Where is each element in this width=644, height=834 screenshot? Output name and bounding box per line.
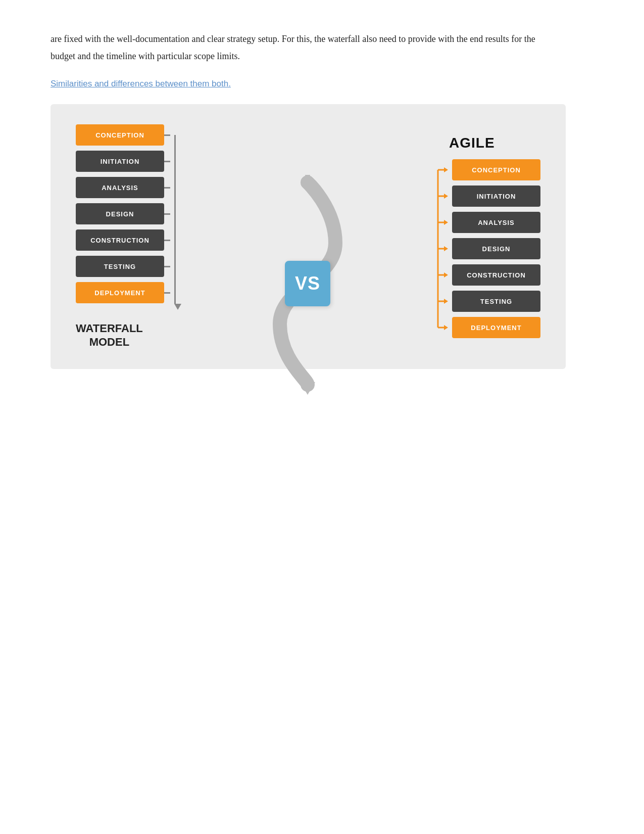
agile-title: AGILE <box>434 135 495 151</box>
waterfall-step-row: INITIATION <box>76 151 170 172</box>
body-paragraph: are fixed with the well-documentation an… <box>51 30 556 65</box>
agile-step-box: DEPLOYMENT <box>452 317 540 338</box>
svg-marker-12 <box>444 272 448 277</box>
agile-step-box: INITIATION <box>452 186 540 207</box>
svg-marker-6 <box>444 194 448 199</box>
step-tick <box>164 292 170 294</box>
agile-step-box: CONSTRUCTION <box>452 264 540 286</box>
waterfall-step-row: CONSTRUCTION <box>76 229 170 251</box>
waterfall-vertical-line <box>174 135 176 304</box>
waterfall-step-row: DEPLOYMENT <box>76 282 170 303</box>
svg-marker-8 <box>444 220 448 225</box>
comparison-diagram: CONCEPTIONINITIATIONANALYSISDESIGNCONSTR… <box>51 104 566 369</box>
agile-step-box: CONCEPTION <box>452 159 540 180</box>
agile-column: AGILE CONCEPTIONINITIATIONANALYSISDESIGN… <box>434 135 540 338</box>
agile-steps-col: CONCEPTIONINITIATIONANALYSISDESIGNCONSTR… <box>452 159 540 338</box>
agile-steps-wrapper: CONCEPTIONINITIATIONANALYSISDESIGNCONSTR… <box>434 159 540 338</box>
waterfall-column: CONCEPTIONINITIATIONANALYSISDESIGNCONSTR… <box>76 124 181 349</box>
step-tick <box>164 240 170 241</box>
waterfall-steps: CONCEPTIONINITIATIONANALYSISDESIGNCONSTR… <box>76 124 170 303</box>
waterfall-step-box: INITIATION <box>76 151 164 172</box>
similarities-link[interactable]: Similarities and differences between the… <box>51 79 593 89</box>
waterfall-connector <box>174 124 181 310</box>
waterfall-step-row: TESTING <box>76 256 170 277</box>
waterfall-step-box: TESTING <box>76 256 164 277</box>
waterfall-step-row: CONCEPTION <box>76 124 170 146</box>
waterfall-label: WATERFALL MODEL <box>76 322 143 349</box>
waterfall-arrow-down <box>174 304 181 310</box>
step-tick <box>164 266 170 267</box>
waterfall-step-box: DEPLOYMENT <box>76 282 164 303</box>
svg-marker-4 <box>444 167 448 172</box>
waterfall-step-box: ANALYSIS <box>76 177 164 198</box>
waterfall-step-box: CONCEPTION <box>76 124 164 146</box>
center-section: VS <box>270 167 345 306</box>
agile-step-box: DESIGN <box>452 238 540 259</box>
step-tick <box>164 161 170 162</box>
agile-step-box: TESTING <box>452 291 540 312</box>
step-tick <box>164 187 170 189</box>
waterfall-step-row: DESIGN <box>76 203 170 224</box>
vs-box: VS <box>285 261 330 306</box>
agile-bracket-svg <box>434 159 448 338</box>
waterfall-step-box: DESIGN <box>76 203 164 224</box>
svg-marker-16 <box>444 325 448 330</box>
step-tick <box>164 213 170 215</box>
agile-step-box: ANALYSIS <box>452 212 540 233</box>
agile-steps: CONCEPTIONINITIATIONANALYSISDESIGNCONSTR… <box>434 159 540 338</box>
waterfall-step-row: ANALYSIS <box>76 177 170 198</box>
waterfall-step-box: CONSTRUCTION <box>76 229 164 251</box>
svg-marker-10 <box>444 246 448 251</box>
step-tick <box>164 134 170 136</box>
svg-marker-14 <box>444 299 448 304</box>
